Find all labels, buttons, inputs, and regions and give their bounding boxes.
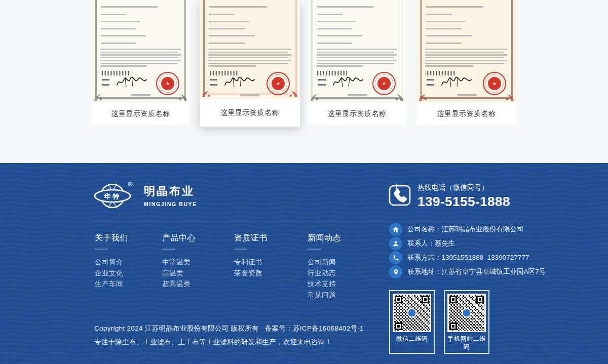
hotline-label: 热线电话（微信同号） [417,183,510,192]
official-seal [483,72,506,95]
footer-nav-link[interactable]: 超高温类 [162,278,223,290]
title-underline [162,249,175,250]
signature [115,75,148,89]
wechat-qr-label: 微信二维码 [393,335,431,343]
footer-nav-links: 中常温类高温类超高温类 [162,257,223,290]
footer-nav-links: 专利证书荣誉资质 [234,257,295,278]
official-seal [372,72,396,95]
certificate-caption: 这里显示资质名称 [200,99,300,127]
footer-nav-link[interactable]: 公司新闻 [308,257,368,268]
contact-company-row: 公司名称：江苏明晶布业股份有限公司 [389,223,524,236]
certificate-card[interactable]: 这里显示资质名称 [416,0,516,125]
certificate-row: 这里显示资质名称 [0,0,608,163]
footer-nav-link[interactable]: 荣誉资质 [234,268,295,279]
certificate-card[interactable]: 这里显示资质名称 [308,0,406,125]
corner-flourish-icon [93,93,103,102]
qualifications-section: 这里显示资质名称 [0,0,608,163]
title-underline [234,249,247,250]
phone-icon [389,251,402,264]
corner-flourish-icon [201,89,211,98]
person-icon [389,237,402,250]
footer-nav-link[interactable]: 专利证书 [234,257,295,268]
footer-nav-column: 新闻动态 公司新闻行业动态技术支持常见问题 [308,233,368,300]
corner-flourish-icon [288,89,298,98]
certificate-caption: 这里显示资质名称 [416,103,516,125]
corner-flourish-icon [178,93,188,102]
certificate-card[interactable]: 这里显示资质名称 [200,0,300,127]
signature [331,75,365,89]
footer-nav-link[interactable]: 公司简介 [95,257,156,268]
title-underline [308,249,321,250]
corner-flourish-icon [505,93,515,102]
signature [223,75,256,89]
site-footer: 华特 ® 明晶布业 MINGJING BUYE 热线电话（微信同号） 139-5… [0,163,608,364]
footer-nav-title[interactable]: 资质证书 [234,233,295,244]
copyright-line1: Copyright 2024 江苏明晶布业股份有限公司 版权所有 备案号：苏IC… [94,322,364,336]
title-underline [95,249,108,250]
mobile-site-qr-block: 手机网站二维码 [444,290,489,354]
footer-nav: 关于我们 公司简介企业文化生产车间 产品中心 中常温类高温类超高温类 资质证书 … [91,163,375,310]
location-icon [389,265,402,278]
certificate-image [92,0,189,103]
footer-nav-link[interactable]: 常见问题 [308,290,368,301]
wechat-qr-block: 微信二维码 [389,290,435,354]
footer-nav-link[interactable]: 技术支持 [308,278,368,290]
certificate-image [308,0,406,103]
contact-phone-row: 联系方式：13951551888 13390727777 [389,251,529,264]
footer-nav-links: 公司简介企业文化生产车间 [95,257,156,290]
footer-nav-link[interactable]: 企业文化 [95,268,156,279]
mobile-site-qr-label: 手机网站二维码 [447,335,486,351]
hotline-block: 热线电话（微信同号） 139-5155-1888 [388,183,510,210]
qr-center-logo [462,308,472,318]
certificate-caption: 这里显示资质名称 [308,103,406,125]
certificate-caption: 这里显示资质名称 [92,103,189,125]
hotline-phone-icon [388,183,411,207]
qr-center-logo [407,308,417,318]
contact-person-row: 联系人：蔡先生 [389,237,455,250]
qr-group: 微信二维码 手机网站二维码 [389,290,489,354]
footer-nav-column: 资质证书 专利证书荣誉资质 [234,233,295,278]
hotline-number: 139-5155-1888 [417,194,510,210]
contact-address-text: 联系地址：江苏省阜宁县阜城镇工业园A区7号 [407,267,546,276]
footer-nav-link[interactable]: 中常温类 [162,257,223,268]
footer-nav-column: 产品中心 中常温类高温类超高温类 [162,233,223,290]
certificate-card[interactable]: 这里显示资质名称 [92,0,189,125]
corner-flourish-icon [418,93,428,102]
footer-nav-column: 关于我们 公司简介企业文化生产车间 [95,233,156,290]
home-icon [389,223,402,236]
contact-company-text: 公司名称：江苏明晶布业股份有限公司 [407,225,524,234]
footer-nav-link[interactable]: 高温类 [162,268,223,279]
wechat-qr-image [393,294,431,332]
footer-nav-links: 公司新闻行业动态技术支持常见问题 [308,257,368,300]
copyright-line2: 专注于除尘布、工业滤布、土工布等工业滤料的研发和生产，欢迎来电咨询！ [94,336,364,349]
contact-phone-text: 联系方式：13951551888 13390727777 [407,253,529,262]
corner-flourish-icon [310,93,320,102]
corner-flourish-icon [394,93,404,102]
mobile-site-qr-image [447,294,486,332]
footer-nav-link[interactable]: 行业动态 [308,268,368,279]
certificate-image [200,0,300,99]
footer-nav-title[interactable]: 产品中心 [162,233,223,244]
copyright: Copyright 2024 江苏明晶布业股份有限公司 版权所有 备案号：苏IC… [94,322,364,349]
footer-nav-title[interactable]: 新闻动态 [308,233,368,244]
official-seal [156,72,179,95]
contact-address-row: 联系地址：江苏省阜宁县阜城镇工业园A区7号 [389,265,546,278]
footer-nav-title[interactable]: 关于我们 [95,233,156,244]
contact-person-text: 联系人：蔡先生 [407,239,455,248]
certificate-image [416,0,516,103]
signature [440,75,473,89]
footer-container: 华特 ® 明晶布业 MINGJING BUYE 热线电话（微信同号） 139-5… [91,163,517,364]
official-seal [267,72,290,95]
footer-nav-link[interactable]: 生产车间 [95,278,156,290]
